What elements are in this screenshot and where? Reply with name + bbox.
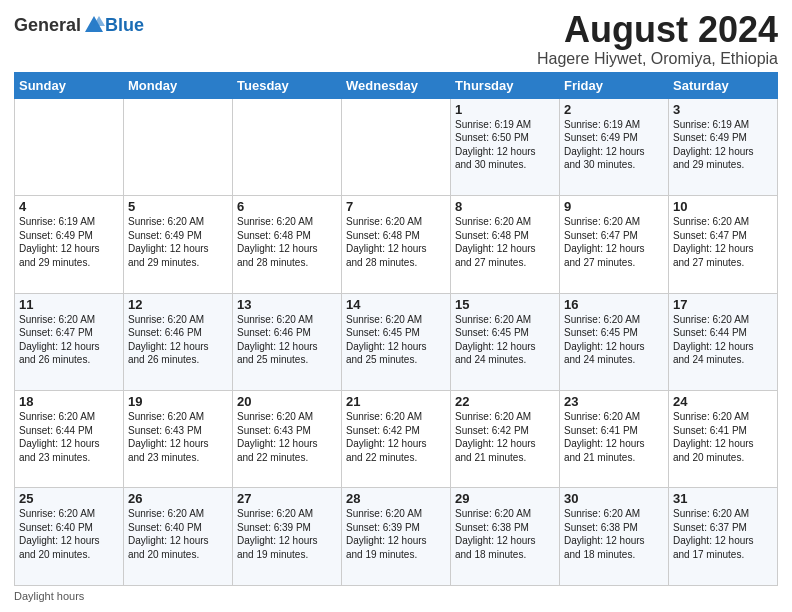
day-info: Sunrise: 6:20 AM Sunset: 6:38 PM Dayligh… xyxy=(455,507,555,561)
calendar-cell: 18Sunrise: 6:20 AM Sunset: 6:44 PM Dayli… xyxy=(15,391,124,488)
day-info: Sunrise: 6:20 AM Sunset: 6:43 PM Dayligh… xyxy=(237,410,337,464)
day-info: Sunrise: 6:20 AM Sunset: 6:42 PM Dayligh… xyxy=(455,410,555,464)
day-number: 29 xyxy=(455,491,555,506)
day-info: Sunrise: 6:20 AM Sunset: 6:41 PM Dayligh… xyxy=(673,410,773,464)
day-number: 6 xyxy=(237,199,337,214)
day-number: 18 xyxy=(19,394,119,409)
day-number: 7 xyxy=(346,199,446,214)
day-info: Sunrise: 6:20 AM Sunset: 6:44 PM Dayligh… xyxy=(19,410,119,464)
day-info: Sunrise: 6:20 AM Sunset: 6:46 PM Dayligh… xyxy=(237,313,337,367)
calendar-cell: 24Sunrise: 6:20 AM Sunset: 6:41 PM Dayli… xyxy=(669,391,778,488)
day-number: 5 xyxy=(128,199,228,214)
day-info: Sunrise: 6:20 AM Sunset: 6:41 PM Dayligh… xyxy=(564,410,664,464)
calendar-cell: 23Sunrise: 6:20 AM Sunset: 6:41 PM Dayli… xyxy=(560,391,669,488)
day-info: Sunrise: 6:19 AM Sunset: 6:49 PM Dayligh… xyxy=(19,215,119,269)
day-info: Sunrise: 6:20 AM Sunset: 6:46 PM Dayligh… xyxy=(128,313,228,367)
calendar-cell: 25Sunrise: 6:20 AM Sunset: 6:40 PM Dayli… xyxy=(15,488,124,586)
footer: Daylight hours xyxy=(14,590,778,602)
calendar-cell: 15Sunrise: 6:20 AM Sunset: 6:45 PM Dayli… xyxy=(451,293,560,390)
calendar-cell: 19Sunrise: 6:20 AM Sunset: 6:43 PM Dayli… xyxy=(124,391,233,488)
day-info: Sunrise: 6:19 AM Sunset: 6:49 PM Dayligh… xyxy=(564,118,664,172)
title-block: August 2024 Hagere Hiywet, Oromiya, Ethi… xyxy=(537,10,778,68)
calendar-week-1: 1Sunrise: 6:19 AM Sunset: 6:50 PM Daylig… xyxy=(15,98,778,195)
day-info: Sunrise: 6:20 AM Sunset: 6:43 PM Dayligh… xyxy=(128,410,228,464)
day-info: Sunrise: 6:20 AM Sunset: 6:44 PM Dayligh… xyxy=(673,313,773,367)
day-info: Sunrise: 6:20 AM Sunset: 6:45 PM Dayligh… xyxy=(564,313,664,367)
calendar-cell: 16Sunrise: 6:20 AM Sunset: 6:45 PM Dayli… xyxy=(560,293,669,390)
day-number: 20 xyxy=(237,394,337,409)
calendar-header-saturday: Saturday xyxy=(669,72,778,98)
calendar-cell xyxy=(342,98,451,195)
day-number: 13 xyxy=(237,297,337,312)
calendar-week-4: 18Sunrise: 6:20 AM Sunset: 6:44 PM Dayli… xyxy=(15,391,778,488)
calendar-cell: 1Sunrise: 6:19 AM Sunset: 6:50 PM Daylig… xyxy=(451,98,560,195)
calendar-cell: 7Sunrise: 6:20 AM Sunset: 6:48 PM Daylig… xyxy=(342,196,451,293)
day-number: 3 xyxy=(673,102,773,117)
calendar-cell: 31Sunrise: 6:20 AM Sunset: 6:37 PM Dayli… xyxy=(669,488,778,586)
calendar-cell: 28Sunrise: 6:20 AM Sunset: 6:39 PM Dayli… xyxy=(342,488,451,586)
calendar-cell xyxy=(124,98,233,195)
calendar-cell: 8Sunrise: 6:20 AM Sunset: 6:48 PM Daylig… xyxy=(451,196,560,293)
day-number: 8 xyxy=(455,199,555,214)
day-info: Sunrise: 6:20 AM Sunset: 6:48 PM Dayligh… xyxy=(455,215,555,269)
day-info: Sunrise: 6:20 AM Sunset: 6:38 PM Dayligh… xyxy=(564,507,664,561)
day-info: Sunrise: 6:20 AM Sunset: 6:47 PM Dayligh… xyxy=(673,215,773,269)
calendar-header-friday: Friday xyxy=(560,72,669,98)
day-info: Sunrise: 6:20 AM Sunset: 6:47 PM Dayligh… xyxy=(564,215,664,269)
calendar-header-thursday: Thursday xyxy=(451,72,560,98)
day-info: Sunrise: 6:20 AM Sunset: 6:40 PM Dayligh… xyxy=(19,507,119,561)
day-info: Sunrise: 6:20 AM Sunset: 6:45 PM Dayligh… xyxy=(455,313,555,367)
calendar-cell: 3Sunrise: 6:19 AM Sunset: 6:49 PM Daylig… xyxy=(669,98,778,195)
day-number: 15 xyxy=(455,297,555,312)
day-number: 22 xyxy=(455,394,555,409)
subtitle: Hagere Hiywet, Oromiya, Ethiopia xyxy=(537,50,778,68)
main-title: August 2024 xyxy=(537,10,778,50)
day-number: 11 xyxy=(19,297,119,312)
calendar-cell: 27Sunrise: 6:20 AM Sunset: 6:39 PM Dayli… xyxy=(233,488,342,586)
calendar-week-3: 11Sunrise: 6:20 AM Sunset: 6:47 PM Dayli… xyxy=(15,293,778,390)
day-info: Sunrise: 6:20 AM Sunset: 6:42 PM Dayligh… xyxy=(346,410,446,464)
calendar-header-row: SundayMondayTuesdayWednesdayThursdayFrid… xyxy=(15,72,778,98)
calendar-cell: 12Sunrise: 6:20 AM Sunset: 6:46 PM Dayli… xyxy=(124,293,233,390)
day-number: 4 xyxy=(19,199,119,214)
day-number: 9 xyxy=(564,199,664,214)
day-number: 27 xyxy=(237,491,337,506)
calendar-cell: 13Sunrise: 6:20 AM Sunset: 6:46 PM Dayli… xyxy=(233,293,342,390)
day-number: 30 xyxy=(564,491,664,506)
day-number: 1 xyxy=(455,102,555,117)
day-info: Sunrise: 6:20 AM Sunset: 6:40 PM Dayligh… xyxy=(128,507,228,561)
day-number: 31 xyxy=(673,491,773,506)
day-number: 16 xyxy=(564,297,664,312)
day-info: Sunrise: 6:20 AM Sunset: 6:49 PM Dayligh… xyxy=(128,215,228,269)
logo-blue: Blue xyxy=(105,15,144,36)
header: General Blue August 2024 Hagere Hiywet, … xyxy=(14,10,778,68)
calendar-week-2: 4Sunrise: 6:19 AM Sunset: 6:49 PM Daylig… xyxy=(15,196,778,293)
calendar-cell: 29Sunrise: 6:20 AM Sunset: 6:38 PM Dayli… xyxy=(451,488,560,586)
day-info: Sunrise: 6:19 AM Sunset: 6:50 PM Dayligh… xyxy=(455,118,555,172)
day-info: Sunrise: 6:20 AM Sunset: 6:39 PM Dayligh… xyxy=(237,507,337,561)
day-number: 2 xyxy=(564,102,664,117)
day-info: Sunrise: 6:20 AM Sunset: 6:48 PM Dayligh… xyxy=(346,215,446,269)
day-number: 25 xyxy=(19,491,119,506)
day-number: 24 xyxy=(673,394,773,409)
day-info: Sunrise: 6:20 AM Sunset: 6:37 PM Dayligh… xyxy=(673,507,773,561)
day-number: 26 xyxy=(128,491,228,506)
calendar-cell: 17Sunrise: 6:20 AM Sunset: 6:44 PM Dayli… xyxy=(669,293,778,390)
daylight-hours-label: Daylight hours xyxy=(14,590,84,602)
day-info: Sunrise: 6:20 AM Sunset: 6:39 PM Dayligh… xyxy=(346,507,446,561)
calendar-cell: 11Sunrise: 6:20 AM Sunset: 6:47 PM Dayli… xyxy=(15,293,124,390)
logo: General Blue xyxy=(14,14,144,36)
day-number: 28 xyxy=(346,491,446,506)
day-number: 19 xyxy=(128,394,228,409)
logo-icon xyxy=(83,14,105,36)
calendar-cell xyxy=(15,98,124,195)
calendar-week-5: 25Sunrise: 6:20 AM Sunset: 6:40 PM Dayli… xyxy=(15,488,778,586)
day-number: 10 xyxy=(673,199,773,214)
calendar-cell: 20Sunrise: 6:20 AM Sunset: 6:43 PM Dayli… xyxy=(233,391,342,488)
calendar-cell: 4Sunrise: 6:19 AM Sunset: 6:49 PM Daylig… xyxy=(15,196,124,293)
calendar-cell: 22Sunrise: 6:20 AM Sunset: 6:42 PM Dayli… xyxy=(451,391,560,488)
calendar-cell: 9Sunrise: 6:20 AM Sunset: 6:47 PM Daylig… xyxy=(560,196,669,293)
calendar-cell: 6Sunrise: 6:20 AM Sunset: 6:48 PM Daylig… xyxy=(233,196,342,293)
calendar-cell: 30Sunrise: 6:20 AM Sunset: 6:38 PM Dayli… xyxy=(560,488,669,586)
day-number: 12 xyxy=(128,297,228,312)
